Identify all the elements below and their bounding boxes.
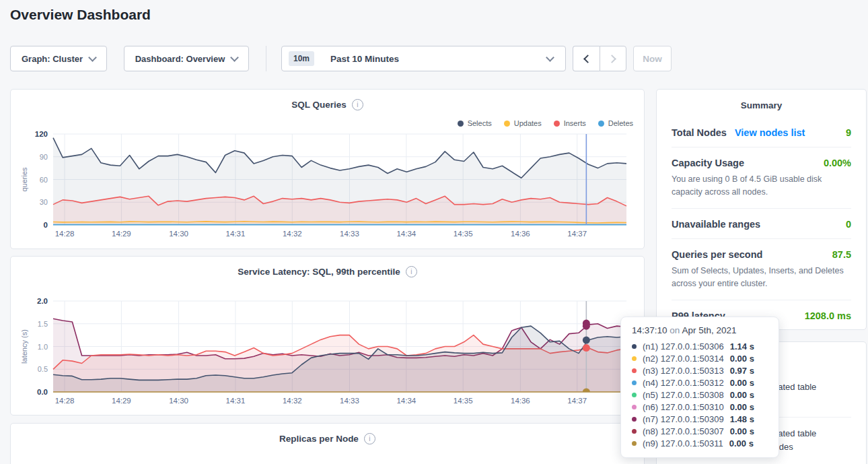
- time-prev-button[interactable]: [573, 46, 600, 71]
- svg-text:14:30: 14:30: [169, 230, 188, 238]
- svg-text:14:37: 14:37: [567, 397, 587, 405]
- svg-text:60: 60: [40, 176, 48, 184]
- summary-label: Unavailable ranges: [672, 219, 760, 230]
- tooltip-node-row: (n6) 127.0.0.1:503100.00 s: [632, 401, 768, 413]
- tooltip-timestamp: 14:37:10 on Apr 5th, 2021: [632, 325, 768, 335]
- chevron-down-icon: [546, 53, 554, 62]
- replicas-header: Replicas per Node i: [11, 433, 644, 444]
- node-address: (n4) 127.0.0.1:50312: [643, 378, 724, 388]
- summary-row: Capacity Usage0.00%You are using 0 B of …: [672, 147, 851, 208]
- node-address: (n7) 127.0.0.1:50309: [643, 414, 724, 424]
- tooltip-rows: (n1) 127.0.0.1:503061.14 s(n2) 127.0.0.1…: [632, 340, 768, 449]
- svg-text:14:33: 14:33: [340, 230, 359, 238]
- node-address: (n2) 127.0.0.1:50314: [643, 354, 724, 364]
- node-color-dot-icon: [632, 405, 637, 409]
- sql-queries-panel: 120906030014:2814:2914:3014:3114:3214:33…: [10, 89, 645, 249]
- info-icon[interactable]: i: [364, 433, 375, 444]
- legend-dot-icon: [554, 121, 560, 127]
- summary-row: Total NodesView nodes list9: [672, 117, 851, 147]
- svg-text:14:28: 14:28: [55, 397, 75, 405]
- chevron-down-icon: [88, 53, 97, 62]
- page-title: Overview Dashboard: [10, 7, 151, 23]
- summary-value: 1208.0 ms: [805, 310, 851, 321]
- node-latency-value: 0.00 s: [730, 390, 754, 400]
- time-range-dropdown[interactable]: 10m Past 10 Minutes: [281, 46, 566, 71]
- info-icon[interactable]: i: [406, 266, 417, 277]
- summary-title: Summary: [657, 90, 866, 110]
- legend-item[interactable]: Deletes: [598, 119, 633, 127]
- tooltip-date: Apr 5th, 2021: [682, 325, 736, 335]
- summary-rows: Total NodesView nodes list9Capacity Usag…: [657, 110, 866, 330]
- sql-queries-chart[interactable]: 120906030014:2814:2914:3014:3114:3214:33…: [11, 90, 644, 248]
- summary-label: Total Nodes: [672, 127, 727, 138]
- node-latency-value: 0.00 s: [729, 438, 754, 449]
- svg-text:14:29: 14:29: [112, 230, 131, 238]
- summary-value: 9: [846, 127, 851, 138]
- chart-title: Service Latency: SQL, 99th percentile: [238, 267, 400, 277]
- toolbar-divider: [266, 46, 266, 71]
- tooltip-node-row: (n1) 127.0.0.1:503061.14 s: [632, 340, 768, 352]
- node-address: (n5) 127.0.0.1:50308: [643, 390, 724, 400]
- svg-text:30: 30: [40, 198, 48, 206]
- node-address: (n8) 127.0.0.1:50307: [643, 426, 724, 436]
- node-address: (n1) 127.0.0.1:50306: [643, 341, 724, 352]
- svg-text:0: 0: [44, 221, 48, 229]
- svg-text:14:35: 14:35: [454, 230, 473, 238]
- node-address: (n9) 127.0.0.1:50311: [643, 438, 723, 449]
- tooltip-node-row: (n3) 127.0.0.1:503130.97 s: [632, 364, 768, 376]
- legend-item[interactable]: Updates: [504, 119, 542, 127]
- svg-text:14:34: 14:34: [396, 230, 416, 238]
- graph-dropdown[interactable]: Graph: Cluster: [10, 46, 107, 71]
- node-color-dot-icon: [632, 429, 637, 434]
- view-nodes-list-link[interactable]: View nodes list: [735, 127, 805, 138]
- legend-item[interactable]: Inserts: [554, 119, 586, 127]
- service-latency-header: Service Latency: SQL, 99th percentile i: [11, 266, 644, 277]
- svg-text:14:31: 14:31: [226, 397, 246, 405]
- legend-dot-icon: [504, 121, 510, 127]
- dashboard-dropdown[interactable]: Dashboard: Overview: [124, 46, 249, 71]
- node-color-dot-icon: [632, 417, 637, 422]
- node-address: (n3) 127.0.0.1:50313: [643, 366, 724, 376]
- tooltip-node-row: (n8) 127.0.0.1:503070.00 s: [632, 425, 768, 437]
- node-latency-value: 0.97 s: [730, 366, 754, 376]
- info-icon[interactable]: i: [352, 99, 363, 110]
- node-latency-value: 0.00 s: [730, 402, 754, 412]
- svg-text:14:37: 14:37: [567, 230, 587, 238]
- legend-dot-icon: [598, 121, 604, 127]
- svg-text:0.0: 0.0: [37, 388, 48, 396]
- tooltip-node-row: (n7) 127.0.0.1:503091.48 s: [632, 413, 768, 425]
- tooltip-node-row: (n9) 127.0.0.1:503110.00 s: [632, 437, 768, 449]
- time-step-buttons: [573, 46, 626, 71]
- svg-text:1.5: 1.5: [38, 320, 48, 328]
- node-color-dot-icon: [632, 380, 637, 385]
- svg-text:latency (s): latency (s): [20, 329, 28, 364]
- tooltip-node-row: (n2) 127.0.0.1:503140.00 s: [632, 352, 768, 364]
- summary-label: Queries per second: [672, 249, 762, 260]
- time-range-badge: 10m: [289, 51, 314, 66]
- svg-text:2.0: 2.0: [37, 297, 48, 305]
- svg-text:120: 120: [35, 130, 48, 138]
- tooltip-time: 14:37:10: [632, 325, 667, 335]
- summary-panel: Summary Total NodesView nodes list9Capac…: [656, 89, 867, 330]
- summary-value: 87.5: [832, 249, 851, 260]
- sql-queries-header: SQL Queries i: [11, 99, 644, 110]
- legend-item[interactable]: Selects: [458, 119, 492, 127]
- svg-text:1.0: 1.0: [38, 343, 48, 351]
- time-next-button[interactable]: [600, 46, 626, 71]
- node-color-dot-icon: [632, 441, 637, 446]
- chart-title: SQL Queries: [291, 100, 347, 110]
- legend-label: Selects: [468, 119, 492, 127]
- chevron-left-icon: [583, 55, 592, 63]
- node-color-dot-icon: [632, 356, 637, 361]
- now-button[interactable]: Now: [633, 46, 672, 71]
- dashboard-dropdown-label: Dashboard: Overview: [135, 54, 225, 64]
- overview-dashboard-page: Overview Dashboard Graph: Cluster Dashbo…: [0, 0, 868, 464]
- summary-label: Capacity Usage: [672, 158, 744, 168]
- graph-dropdown-label: Graph: Cluster: [22, 54, 83, 64]
- chevron-down-icon: [230, 53, 239, 62]
- service-latency-chart[interactable]: 2.01.51.00.50.014:2814:2914:3014:3114:32…: [11, 257, 644, 415]
- node-latency-value: 0.00 s: [730, 426, 754, 436]
- node-color-dot-icon: [632, 344, 637, 349]
- svg-text:14:34: 14:34: [396, 397, 416, 405]
- summary-value: 0: [846, 219, 851, 230]
